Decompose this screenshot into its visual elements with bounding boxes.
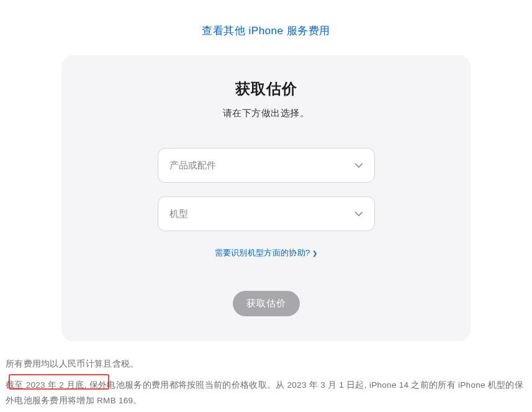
product-select-wrapper: 产品或配件 <box>158 148 375 183</box>
identify-model-help-link[interactable]: 需要识别机型方面的协助? <box>215 247 310 259</box>
product-select-placeholder: 产品或配件 <box>169 160 363 172</box>
other-services-link[interactable]: 查看其他 iPhone 服务费用 <box>202 25 330 37</box>
chevron-down-icon <box>354 211 363 216</box>
help-link-container: 需要识别机型方面的协助? ❯ <box>215 247 318 259</box>
submit-container: 获取估价 <box>86 291 446 316</box>
model-select-placeholder: 机型 <box>169 208 363 220</box>
estimate-card: 获取估价 请在下方做出选择。 产品或配件 机型 需要识别机型方面的协助? ❯ 获… <box>61 55 471 341</box>
get-estimate-button[interactable]: 获取估价 <box>233 291 300 316</box>
model-select-wrapper: 机型 <box>158 196 375 231</box>
chevron-right-icon: ❯ <box>312 250 317 257</box>
footer-line-2: 截至 2023 年 2 月底, 保外电池服务的费用都将按照当前的价格收取。从 2… <box>6 377 526 409</box>
footer-notes: 所有费用均以人民币计算且含税。 截至 2023 年 2 月底, 保外电池服务的费… <box>0 341 532 409</box>
top-link-container: 查看其他 iPhone 服务费用 <box>0 0 532 55</box>
chevron-down-icon <box>354 163 363 168</box>
footer-line-1: 所有费用均以人民币计算且含税。 <box>6 356 526 372</box>
model-select[interactable]: 机型 <box>158 196 375 231</box>
card-title: 获取估价 <box>86 79 446 99</box>
product-select[interactable]: 产品或配件 <box>158 148 375 183</box>
card-subtitle: 请在下方做出选择。 <box>86 108 446 119</box>
